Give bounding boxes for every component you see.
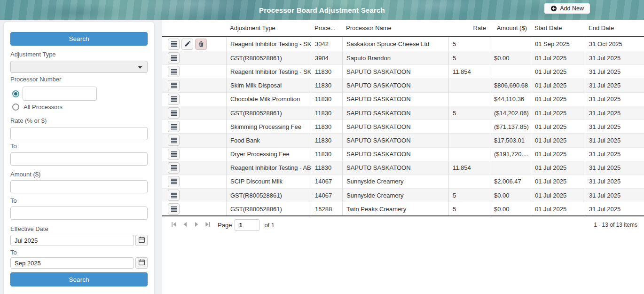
table-row: GST(R800528861)11830SAPUTO SASKATOON5($1… bbox=[162, 106, 644, 119]
effective-date-from-input[interactable] bbox=[10, 235, 134, 246]
last-page-icon bbox=[205, 222, 211, 229]
previous-page-button[interactable] bbox=[180, 220, 190, 230]
cell-rate bbox=[448, 133, 490, 147]
table-row: Reagent Inhibitor Testing - SK3042Saskat… bbox=[162, 37, 644, 51]
processor-number-input[interactable] bbox=[23, 87, 97, 101]
cell-rate bbox=[448, 175, 490, 188]
grid-body: Reagent Inhibitor Testing - SK3042Saskat… bbox=[162, 37, 644, 216]
list-icon bbox=[171, 206, 177, 212]
cell-amount bbox=[490, 161, 531, 175]
details-button[interactable] bbox=[168, 39, 180, 50]
cell-actions bbox=[162, 147, 226, 161]
all-processors-radio[interactable] bbox=[12, 103, 19, 111]
all-processors-label: All Processors bbox=[24, 103, 63, 111]
search-button-top[interactable]: Search bbox=[10, 32, 148, 46]
cell-adjustment_type: GST(R800528861) bbox=[226, 51, 311, 64]
column-header-adjustment_type[interactable]: Adjustment Type bbox=[226, 24, 311, 32]
details-button[interactable] bbox=[168, 149, 180, 160]
cell-processor_number: 11830 bbox=[311, 161, 342, 175]
rate-from-input[interactable] bbox=[10, 127, 148, 140]
table-row: Skimming Processing Fee11830SAPUTO SASKA… bbox=[162, 119, 644, 133]
cell-rate: 5 bbox=[448, 202, 490, 215]
amount-from-input[interactable] bbox=[10, 180, 148, 193]
column-header-amount[interactable]: Amount ($) bbox=[490, 24, 531, 32]
cell-processor_name: Saskatoon Spruce Cheese Ltd bbox=[342, 37, 448, 51]
details-button[interactable] bbox=[168, 121, 180, 132]
cell-adjustment_type: Reagent Inhibitor Testing - AB bbox=[226, 161, 311, 175]
cell-start_date: 01 Jul 2025 bbox=[531, 175, 585, 188]
list-icon bbox=[171, 41, 177, 47]
details-button[interactable] bbox=[168, 135, 180, 146]
adjustment-type-dropdown[interactable] bbox=[10, 61, 148, 73]
cell-rate: 5 bbox=[448, 106, 490, 119]
details-button[interactable] bbox=[168, 203, 180, 215]
cell-start_date: 01 Jul 2025 bbox=[531, 133, 585, 147]
details-button[interactable] bbox=[168, 94, 180, 105]
effective-date-from-calendar-button[interactable] bbox=[135, 235, 148, 246]
search-button-bottom[interactable]: Search bbox=[10, 272, 148, 286]
delete-button[interactable] bbox=[195, 39, 207, 50]
grid-pager: Page of 1 1 - 13 of 13 items bbox=[162, 216, 644, 233]
cell-processor_number: 11830 bbox=[311, 92, 342, 106]
table-row: Dryer Processing Fee11830SAPUTO SASKATOO… bbox=[162, 147, 644, 161]
table-row: Chocolate Milk Promotion11830SAPUTO SASK… bbox=[162, 92, 644, 106]
cell-rate: 11.854 bbox=[448, 64, 490, 78]
results-grid: Adjustment TypeProce...Processor NameRat… bbox=[162, 20, 644, 294]
cell-end_date: 31 Jul 2025 bbox=[585, 106, 644, 119]
effective-date-to-calendar-button[interactable] bbox=[135, 257, 148, 269]
cell-actions bbox=[162, 92, 226, 106]
details-button[interactable] bbox=[168, 52, 180, 64]
details-button[interactable] bbox=[168, 162, 180, 174]
details-button[interactable] bbox=[168, 66, 180, 77]
details-button[interactable] bbox=[168, 80, 180, 91]
table-row: GST(R800528861)14067Sunnyside Creamery5$… bbox=[162, 188, 644, 202]
cell-end_date: 31 Jul 2025 bbox=[585, 147, 644, 161]
adjustment-type-label: Adjustment Type bbox=[10, 51, 148, 58]
list-icon bbox=[171, 55, 177, 61]
add-new-button[interactable]: Add New bbox=[544, 3, 590, 14]
amount-to-label: To bbox=[10, 197, 148, 204]
all-processors-row: All Processors bbox=[12, 103, 148, 111]
details-button[interactable] bbox=[168, 190, 180, 201]
cell-start_date: 01 Jul 2025 bbox=[531, 188, 585, 202]
edit-button[interactable] bbox=[181, 39, 193, 50]
list-icon bbox=[171, 110, 177, 116]
list-icon bbox=[171, 82, 177, 88]
rate-to-input[interactable] bbox=[10, 152, 148, 166]
processor-number-row bbox=[12, 87, 148, 101]
column-header-end_date[interactable]: End Date bbox=[585, 24, 644, 32]
cell-amount: ($14,202.06) bbox=[490, 106, 531, 119]
cell-start_date: 01 Jul 2025 bbox=[531, 79, 585, 92]
cell-start_date: 01 Jul 2025 bbox=[531, 64, 585, 78]
column-header-processor_name[interactable]: Processor Name bbox=[342, 24, 448, 32]
effective-date-to-label: To bbox=[10, 249, 148, 256]
last-page-button[interactable] bbox=[203, 220, 213, 230]
details-button[interactable] bbox=[168, 176, 180, 187]
cell-rate bbox=[448, 79, 490, 92]
cell-processor_name: SAPUTO SASKATOON bbox=[342, 119, 448, 133]
cell-processor_number: 11830 bbox=[311, 79, 342, 92]
table-row: GST(R800528861)15288Twin Peaks Creamery5… bbox=[162, 202, 644, 215]
first-page-button[interactable] bbox=[169, 220, 179, 230]
cell-adjustment_type: Chocolate Milk Promotion bbox=[226, 92, 311, 106]
effective-date-to-input[interactable] bbox=[10, 257, 134, 269]
details-button[interactable] bbox=[168, 107, 180, 119]
cell-processor_name: Twin Peaks Creamery bbox=[342, 202, 448, 215]
list-icon bbox=[171, 96, 177, 102]
cell-actions bbox=[162, 51, 226, 64]
next-page-button[interactable] bbox=[191, 220, 202, 230]
cell-amount bbox=[490, 37, 531, 51]
column-header-processor_number[interactable]: Proce... bbox=[311, 24, 342, 32]
processor-number-radio[interactable] bbox=[12, 90, 19, 97]
cell-processor_name: SAPUTO SASKATOON bbox=[342, 133, 448, 147]
list-icon bbox=[171, 178, 177, 184]
column-header-start_date[interactable]: Start Date bbox=[531, 24, 585, 32]
cell-actions bbox=[162, 37, 226, 51]
column-header-rate[interactable]: Rate bbox=[448, 24, 490, 32]
calendar-icon bbox=[138, 236, 145, 245]
cell-amount bbox=[490, 64, 531, 78]
cell-end_date: 31 Jul 2025 bbox=[585, 119, 644, 133]
page-input[interactable] bbox=[235, 219, 259, 231]
amount-to-input[interactable] bbox=[10, 207, 148, 220]
cell-start_date: 01 Jul 2025 bbox=[531, 161, 585, 175]
